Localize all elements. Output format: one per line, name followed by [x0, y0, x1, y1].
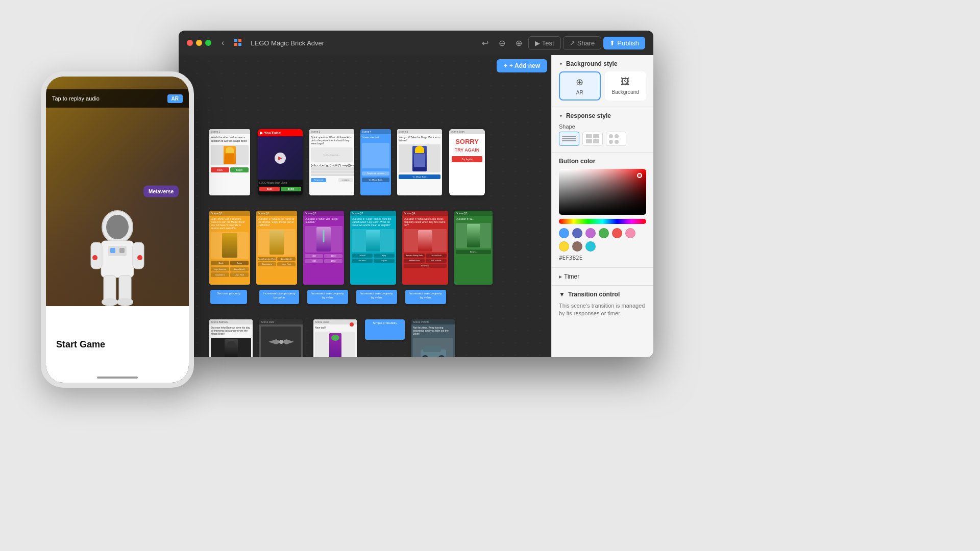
- home-indicator: [97, 377, 138, 379]
- maximize-button[interactable]: [205, 40, 211, 46]
- app-window: ‹ LEGO Magic Brick Adver ↩ ⊖ ⊕ ▶ Test ↗ …: [179, 31, 653, 357]
- timer-section[interactable]: ▶ Timer: [552, 268, 653, 286]
- transition-description: This scene's transition is managed by it…: [559, 302, 646, 318]
- color-gradient-picker[interactable]: [559, 169, 646, 215]
- swatch-pink[interactable]: [625, 228, 635, 238]
- zoom-out-button[interactable]: ⊖: [495, 36, 509, 50]
- collapse-triangle-bg: ▼: [559, 62, 563, 66]
- scene-card-vehicle[interactable]: Scene Vehicle Not this time. Keep tossin…: [411, 319, 455, 357]
- svg-rect-5: [119, 248, 125, 253]
- scene-simple-prob[interactable]: Simple probability: [365, 319, 405, 340]
- undo-button[interactable]: ↩: [478, 36, 493, 50]
- phone-ar-view: Metaverse: [46, 77, 189, 306]
- svg-point-13: [117, 298, 133, 306]
- response-style-section: ▼ Response style Shape: [552, 107, 653, 153]
- canvas-grid: [179, 55, 551, 357]
- metaverse-logo: Metaverse: [143, 186, 179, 197]
- hue-slider[interactable]: [559, 219, 646, 224]
- svg-point-9: [137, 255, 142, 260]
- scene-card-3[interactable]: Scene 3 Quick question: What did these k…: [309, 129, 354, 195]
- phone-top-bar: Tap to replay audio AR: [46, 89, 189, 108]
- shape-wide[interactable]: [559, 132, 579, 146]
- scene-card-q2[interactable]: Scene Q2 Question 2: When was "Lego" fou…: [303, 211, 344, 285]
- traffic-lights: [187, 40, 211, 46]
- scene-card-q1[interactable]: Scene Q1 Lego Trivia! Get 3 answers corr…: [209, 211, 250, 285]
- phone-mockup: Metaverse: [41, 71, 194, 388]
- shape-label: Shape: [552, 123, 653, 132]
- svg-point-1: [106, 215, 129, 239]
- bg-style-options: ⊕ AR 🖼 Background: [552, 71, 653, 107]
- close-button[interactable]: [187, 40, 193, 46]
- flow-box-3[interactable]: Increment user property by value: [307, 290, 348, 304]
- canvas-area[interactable]: + + Add new: [179, 55, 551, 357]
- scene-card-sorry[interactable]: Scene Sorry SORRY TRY AGAIN Try Again: [449, 129, 485, 195]
- zoom-in-button[interactable]: ⊕: [511, 36, 526, 50]
- flow-box-2[interactable]: Increment user property by value: [259, 290, 299, 304]
- color-hex-display: #EF3B2E: [559, 255, 646, 261]
- shape-two-col[interactable]: [582, 132, 603, 146]
- swatch-blue[interactable]: [559, 228, 569, 238]
- collapse-triangle-trans: ▼: [559, 291, 565, 298]
- title-bar: ‹ LEGO Magic Brick Adver ↩ ⊖ ⊕ ▶ Test ↗ …: [179, 31, 653, 55]
- color-cursor: [637, 173, 642, 178]
- nav-back-button[interactable]: ‹: [219, 36, 226, 49]
- toolbar-buttons: ↩ ⊖ ⊕ ▶ Test ↗ Share ⬆ Publish: [478, 36, 645, 50]
- svg-point-8: [92, 255, 97, 260]
- shape-circles[interactable]: [606, 132, 626, 146]
- swatch-yellow[interactable]: [559, 241, 569, 252]
- swatch-green[interactable]: [599, 228, 609, 238]
- test-icon: ▶: [535, 39, 540, 47]
- timer-triangle: ▶: [559, 274, 562, 279]
- app-title: LEGO Magic Brick Adver: [251, 39, 473, 47]
- ar-badge: AR: [167, 94, 183, 103]
- scene-card-1[interactable]: Scene 1 Watch the video and answer a que…: [209, 129, 250, 195]
- scene-card-5[interactable]: Scene 5 You got it! Take the Magic Brick…: [397, 129, 442, 195]
- minimize-button[interactable]: [196, 40, 202, 46]
- astronaut-figure: [82, 204, 153, 306]
- add-new-button[interactable]: + + Add new: [497, 59, 547, 72]
- shape-options: [552, 132, 653, 152]
- plus-icon: +: [504, 62, 507, 69]
- background-style-section: ▼ Background style ⊕ AR 🖼 Background: [552, 55, 653, 107]
- test-button[interactable]: ▶ Test: [528, 36, 561, 50]
- scene-card-q5[interactable]: Scene Q5 Question 5: W... Being C...: [454, 211, 493, 285]
- transition-control-section: ▼ Transition control This scene's transi…: [552, 286, 653, 323]
- scene-card-q3[interactable]: Scene Q3 Question 3: "Lego" comes from t…: [350, 211, 396, 285]
- publish-button[interactable]: ⬆ Publish: [603, 37, 645, 49]
- response-style-header[interactable]: ▼ Response style: [552, 107, 653, 123]
- ar-style-icon: ⊕: [576, 77, 583, 88]
- scene-card-q1b[interactable]: Scene Q1 Question 1: What is the name of…: [256, 211, 297, 285]
- button-color-header: Button color: [552, 153, 653, 169]
- bg-style-background[interactable]: 🖼 Background: [605, 71, 647, 101]
- swatch-indigo[interactable]: [572, 228, 582, 238]
- right-panel: ▼ Background style ⊕ AR 🖼 Background: [551, 55, 653, 357]
- tap-replay-text: Tap to replay audio: [52, 95, 100, 102]
- flow-box-4[interactable]: Increment user property by value: [356, 290, 397, 304]
- phone-screen: Metaverse: [46, 77, 189, 383]
- start-game-text: Start Game: [56, 339, 105, 350]
- flow-box-5[interactable]: Increment user property by value: [405, 290, 446, 304]
- scene-card-q4[interactable]: Scene Q4 Question 4: What were Lego bric…: [402, 211, 448, 285]
- share-button[interactable]: ↗ Share: [563, 36, 602, 50]
- app-logo-icon: [232, 37, 244, 49]
- swatch-red[interactable]: [612, 228, 622, 238]
- svg-rect-4: [110, 248, 115, 253]
- color-swatches-row2: [559, 241, 646, 252]
- scene-card-dark[interactable]: Scene Dark New tool!: [259, 319, 303, 357]
- swatch-brown[interactable]: [572, 241, 582, 252]
- scene-card-4[interactable]: Scene 4 Lowercase text Response contains…: [360, 129, 391, 195]
- swatch-purple[interactable]: [585, 228, 596, 238]
- bg-style-ar[interactable]: ⊕ AR: [559, 71, 601, 101]
- scene-card-joker[interactable]: Scene Joker New tool!: [313, 319, 357, 357]
- publish-icon: ⬆: [609, 39, 615, 47]
- scene-card-youtube[interactable]: ▶ YouTube ▶ LEGO Magic Brick video Back …: [258, 129, 303, 195]
- phone-frame: Metaverse: [41, 71, 194, 388]
- scene-card-batman[interactable]: Scene Batman But now help Batman save hi…: [209, 319, 253, 357]
- transition-control-header[interactable]: ▼ Transition control: [559, 291, 646, 298]
- swatch-teal[interactable]: [585, 241, 596, 252]
- background-style-header[interactable]: ▼ Background style: [552, 55, 653, 71]
- flow-box-1[interactable]: Set user property: [210, 290, 247, 304]
- color-picker-area: #EF3B2E: [552, 169, 653, 267]
- collapse-triangle-resp: ▼: [559, 114, 563, 118]
- svg-rect-38: [423, 346, 441, 352]
